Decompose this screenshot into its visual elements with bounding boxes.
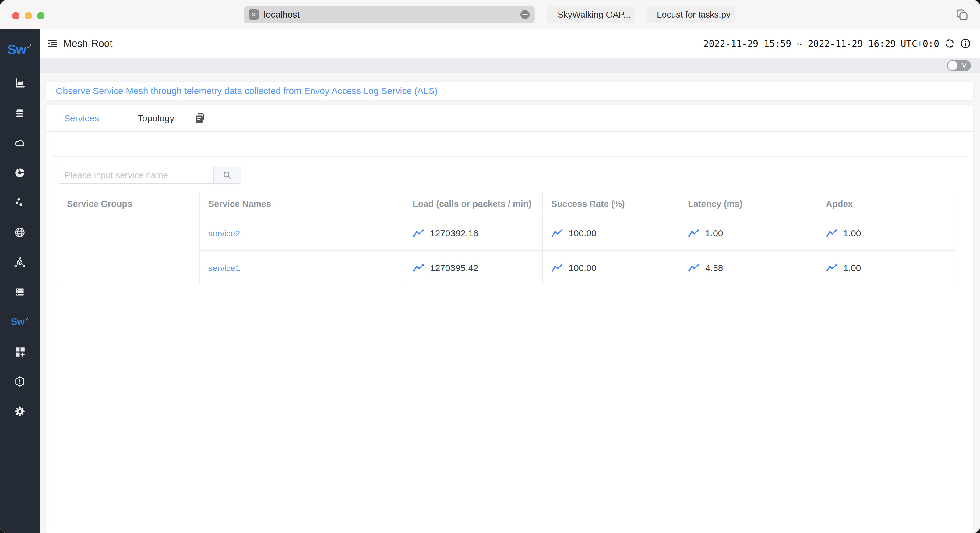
sidebar-item-dashboards[interactable] [14, 78, 25, 89]
browser-tab-label: SkyWalking OAP... [558, 10, 631, 20]
service-link[interactable]: service1 [208, 263, 240, 273]
col-latency: Latency (ms) [679, 192, 818, 216]
url-text: localhost [264, 10, 520, 20]
sparkline-icon[interactable] [413, 263, 425, 273]
latency-value: 1.00 [705, 228, 723, 238]
secondary-toolbar: V [40, 58, 980, 73]
database-icon [14, 107, 25, 119]
col-load: Load (calls or packets / min) [404, 192, 542, 216]
collapse-sidebar-icon[interactable] [47, 38, 58, 49]
refresh-icon[interactable] [944, 38, 955, 49]
view-tabs: Services Topology [46, 105, 973, 132]
sidebar-item-service-mesh[interactable] [14, 257, 25, 268]
browser-chrome: localhost SkyWalking OAP... Locust for [0, 0, 980, 29]
donut-chart-icon [14, 167, 25, 179]
search-input[interactable] [58, 167, 213, 184]
service-search [58, 167, 961, 184]
page-body: Observe Service Mesh through telemetry d… [40, 73, 980, 533]
load-value: 1270392.16 [430, 228, 479, 238]
col-service-names: Service Names [200, 192, 404, 216]
sparkline-icon[interactable] [413, 229, 425, 238]
timezone[interactable]: UTC+0:0 [901, 38, 939, 49]
settings-gear-icon [14, 406, 25, 417]
service-link[interactable]: service2 [208, 229, 240, 238]
app-header: Mesh-Root 2022-11-29 15:59 ~ 2022-11-29 … [40, 29, 980, 58]
sidebar-item-dashboard-list[interactable] [14, 167, 25, 178]
sidebar-item-new-dashboard[interactable] [14, 346, 25, 357]
search-button[interactable] [213, 167, 241, 184]
sidebar-item-browser[interactable] [14, 227, 25, 238]
notice-text: Observe Service Mesh through telemetry d… [56, 86, 440, 96]
sparkline-icon[interactable] [688, 229, 700, 238]
sidebar-item-skywalking-active[interactable]: Sw [11, 316, 29, 327]
sidebar-item-infrastructure[interactable] [14, 138, 25, 149]
logo-crescent-icon [26, 43, 32, 49]
scatter-dots-icon [14, 197, 25, 208]
favicon-x-icon [248, 10, 259, 20]
search-icon [223, 171, 232, 180]
apdex-value: 1.00 [843, 263, 861, 273]
sparkline-icon[interactable] [551, 229, 563, 238]
apdex-value: 1.00 [843, 228, 861, 238]
main-card: Services Topology [46, 105, 973, 533]
sparkline-icon[interactable] [826, 229, 838, 238]
browser-tab-skywalking[interactable]: SkyWalking OAP... [547, 6, 635, 23]
sparkline-icon[interactable] [826, 263, 838, 273]
table-header-row: Service Groups Service Names Load (calls… [59, 192, 956, 216]
table-row: service2 1270392.16 100.00 [59, 216, 956, 251]
window-controls [12, 12, 45, 19]
panel-header [51, 135, 968, 157]
logo-crescent-icon [24, 316, 29, 321]
alert-icon [14, 376, 25, 387]
dashboard-add-icon [14, 346, 25, 357]
success-rate-value: 100.00 [569, 228, 597, 238]
globe-icon [14, 227, 25, 238]
skywalking-icon: Sw [11, 316, 29, 327]
sparkline-icon[interactable] [688, 263, 700, 273]
browser-tab-locust[interactable]: Locust for tasks.py [646, 6, 735, 23]
sidebar-item-alerts[interactable] [14, 376, 25, 387]
col-apdex: Apdex [818, 192, 956, 216]
docs-icon[interactable] [194, 112, 206, 124]
sidebar: Sw [0, 29, 40, 533]
sidebar-item-topology[interactable] [14, 197, 25, 208]
tab-overview-icon[interactable] [956, 8, 969, 21]
maximize-window-button[interactable] [37, 12, 45, 19]
address-bar[interactable]: localhost [243, 6, 535, 23]
tab-services[interactable]: Services [64, 113, 99, 124]
bar-chart-icon [14, 78, 25, 89]
version-toggle[interactable]: V [947, 60, 971, 71]
skywalking-logo: Sw [7, 42, 32, 59]
load-value: 1270395.42 [430, 263, 479, 273]
toggle-label: V [962, 61, 967, 70]
tab-topology[interactable]: Topology [138, 113, 174, 124]
success-rate-value: 100.00 [569, 263, 597, 273]
time-range[interactable]: 2022-11-29 15:59 ~ 2022-11-29 16:29 [703, 38, 896, 49]
toggle-knob [948, 61, 958, 70]
sidebar-item-settings[interactable] [14, 406, 25, 417]
cloud-icon [14, 137, 25, 149]
browser-window: localhost SkyWalking OAP... Locust for [0, 0, 980, 533]
browser-tab-label: Locust for tasks.py [657, 10, 730, 20]
server-list-icon [14, 286, 25, 298]
col-service-groups: Service Groups [59, 192, 200, 216]
info-icon[interactable] [960, 38, 971, 49]
services-panel: Service Groups Service Names Load (calls… [51, 135, 969, 528]
latency-value: 4.58 [705, 263, 723, 273]
mesh-cube-icon [14, 257, 25, 268]
page-title: Mesh-Root [64, 38, 112, 49]
close-window-button[interactable] [12, 12, 19, 19]
services-table: Service Groups Service Names Load (calls… [58, 192, 956, 286]
sidebar-item-servers[interactable] [14, 287, 25, 298]
sidebar-item-database[interactable] [14, 108, 25, 119]
notice-banner: Observe Service Mesh through telemetry d… [46, 81, 973, 100]
sparkline-icon[interactable] [551, 263, 563, 273]
col-success-rate: Success Rate (%) [542, 192, 679, 216]
group-cell [59, 216, 200, 286]
minimize-window-button[interactable] [25, 12, 32, 19]
panel-body: Service Groups Service Names Load (calls… [51, 157, 968, 528]
ellipsis-icon[interactable] [520, 10, 530, 19]
